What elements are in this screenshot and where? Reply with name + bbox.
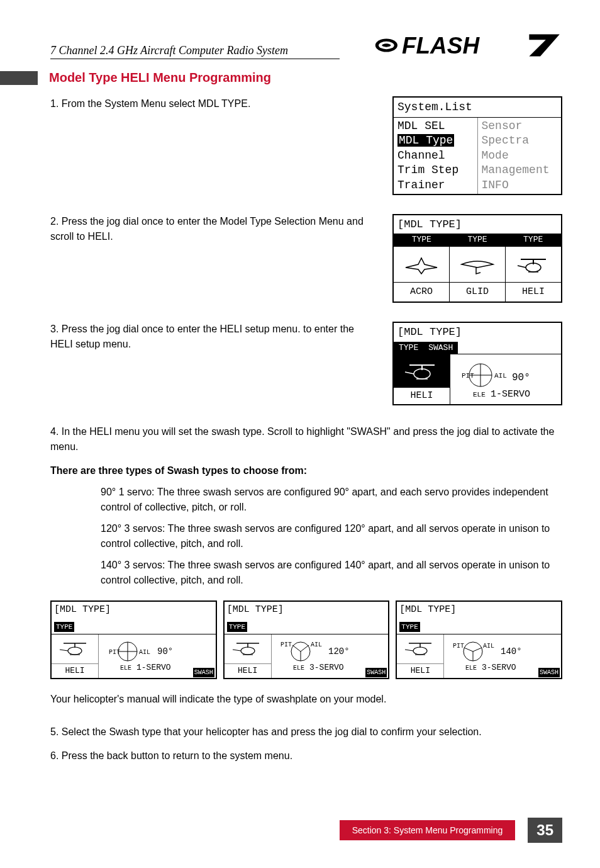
lcd-tab: TYPE [399, 622, 419, 633]
step-5-text: 5. Select the Swash type that your helic… [50, 724, 562, 740]
glid-icon [450, 247, 506, 282]
lcd-item: Sensor [482, 119, 558, 133]
svg-line-53 [405, 650, 413, 651]
svg-line-57 [464, 648, 473, 651]
svg-text:AIL: AIL [311, 641, 322, 648]
svg-text:PIT: PIT [109, 649, 120, 656]
svg-point-38 [241, 647, 255, 655]
svg-rect-9 [400, 358, 444, 385]
heli-icon [394, 354, 450, 388]
lcd-heli-label: HELI [394, 388, 450, 405]
lcd-item: Trim Step [397, 163, 474, 178]
lcd-label: GLID [450, 283, 506, 302]
svg-text:1-SERVO: 1-SERVO [136, 663, 171, 672]
swash-option-3: 140° 3 servos: The three swash servos ar… [50, 558, 562, 588]
lcd-label: HELI [506, 283, 561, 302]
step-3-text: 3. Press the jog dial once to enter the … [50, 322, 392, 352]
step-6-text: 6. Press the back button to return to th… [50, 748, 562, 764]
svg-line-58 [473, 648, 482, 651]
lcd-item: Trainer [397, 178, 474, 193]
lcd-tab: TYPE [54, 622, 74, 633]
lcd-item: Mode [482, 149, 558, 163]
document-subtitle: 7 Channel 2.4 GHz Aircraft Computer Radi… [50, 44, 288, 57]
lcd-heli-setup: [MDL TYPE] TYPE SWASH HELI [392, 322, 562, 405]
lcd-title: [MDL TYPE] [399, 604, 456, 615]
svg-text:AIL: AIL [139, 649, 150, 656]
heli-icon [506, 247, 561, 282]
footer-section-label: Section 3: System Menu Programming [340, 820, 516, 840]
lcd-heli-label: HELI [225, 663, 271, 678]
lcd-label: ACRO [394, 283, 450, 302]
swash-intro: There are three types of Swash types to … [50, 463, 562, 478]
lcd-item: MDL SEL [397, 119, 474, 133]
lcd-title: [MDL TYPE] [394, 323, 561, 342]
lcd-item: Channel [397, 149, 474, 163]
swash-label: SWASH [193, 668, 214, 677]
svg-text:PIT: PIT [281, 641, 292, 648]
svg-text:3-SERVO: 3-SERVO [309, 663, 344, 672]
acro-icon [394, 247, 450, 282]
heli-icon [225, 634, 271, 664]
lcd-tab-selected: TYPE [394, 342, 423, 354]
flash7-logo: FLASH [374, 31, 562, 59]
svg-text:90°: 90° [157, 646, 173, 657]
lcd-tab: TYPE [227, 622, 247, 633]
lcd-mdl-type-select: [MDL TYPE] TYPE TYPE TYPE ACRO GLID HELI [392, 214, 562, 303]
svg-text:PIT: PIT [453, 643, 464, 650]
lcd-item: Spectra [482, 133, 558, 148]
svg-point-2 [382, 43, 391, 47]
lcd-tab: TYPE [394, 234, 450, 246]
svg-text:90°: 90° [512, 372, 530, 383]
swash-diagram-120: PIT AIL 120° ELE 3-SERVO SWASH [272, 634, 389, 678]
swash-diagram-90: PIT AIL 90° ELE 1-SERVO SWASH [99, 634, 216, 678]
svg-text:120°: 120° [328, 646, 350, 657]
swash-diagram-140: PIT AIL 140° ELE 3-SERVO SWASH [444, 634, 561, 678]
swash-label: SWASH [365, 668, 387, 677]
heli-icon [52, 634, 98, 664]
svg-line-7 [518, 266, 526, 268]
lcd-title: [MDL TYPE] [227, 604, 284, 615]
svg-text:1-SERVO: 1-SERVO [491, 389, 530, 400]
svg-text:FLASH: FLASH [402, 33, 480, 59]
svg-text:ELE: ELE [473, 391, 486, 398]
page-number: 35 [528, 818, 562, 843]
section-title: Model Type HELI Menu Programming [49, 70, 271, 85]
heli-icon [397, 634, 443, 664]
svg-point-25 [68, 647, 82, 655]
lcd-title: [MDL TYPE] [54, 604, 111, 615]
svg-text:ELE: ELE [293, 665, 304, 672]
svg-line-39 [233, 650, 241, 651]
lcd-heli-label: HELI [52, 663, 98, 678]
lcd-swash-90: [MDL TYPE] TYPE HELI PIT AIL 90° [50, 600, 217, 679]
svg-line-26 [60, 650, 68, 651]
svg-line-44 [301, 645, 309, 651]
swash-diagram: PIT AIL 90° ELE 1-SERVO [450, 354, 561, 404]
step-2-text: 2. Press the jog dial once to enter the … [50, 214, 392, 244]
lcd-tab: SWASH [423, 342, 458, 354]
section-tab [0, 71, 38, 85]
svg-text:ELE: ELE [120, 665, 131, 672]
lcd-title: System.List [394, 98, 561, 118]
svg-text:3-SERVO: 3-SERVO [482, 663, 516, 672]
step-4-text: 4. In the HELI menu you will set the swa… [50, 424, 562, 454]
lcd-title: [MDL TYPE] [394, 215, 561, 234]
svg-point-6 [526, 263, 541, 272]
swash-label: SWASH [538, 668, 560, 677]
svg-text:PIT: PIT [462, 372, 474, 380]
svg-text:AIL: AIL [483, 643, 494, 650]
lcd-tab: TYPE [450, 234, 506, 246]
step-1-text: 1. From the System Menu select MDL TYPE. [50, 96, 392, 111]
lcd-swash-120: [MDL TYPE] TYPE HELI PIT [223, 600, 390, 679]
lcd-item: Management [482, 163, 558, 178]
svg-text:ELE: ELE [465, 665, 477, 672]
lcd-swash-140: [MDL TYPE] TYPE HELI PIT [396, 600, 562, 679]
svg-point-52 [413, 647, 427, 655]
svg-text:AIL: AIL [494, 372, 507, 380]
swash-option-2: 120° 3 servos: The three swash servos ar… [50, 521, 562, 551]
lcd-item-selected: MDL Type [397, 133, 474, 148]
lcd-system-list: System.List MDL SEL MDL Type Channel Tri… [392, 96, 562, 195]
swash-option-1: 90° 1 servo: The three swash servos are … [50, 485, 562, 515]
lcd-item: INFO [482, 178, 558, 193]
svg-line-43 [292, 645, 301, 651]
swash-note: Your helicopter's manual will indicate t… [50, 692, 562, 707]
